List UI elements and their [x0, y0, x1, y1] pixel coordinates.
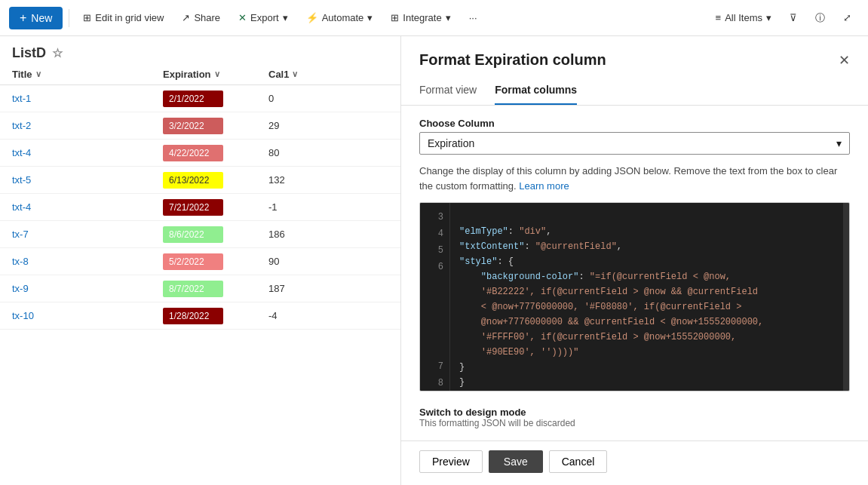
cell-cal1: 90 [268, 256, 329, 267]
line-num-3: 3 [420, 209, 449, 226]
col-header-title[interactable]: Title ∨ [12, 69, 163, 80]
cell-cal1: 186 [268, 229, 329, 240]
panel-tabs: Format view Format columns [401, 78, 868, 106]
separator-1 [69, 9, 69, 27]
cell-cal1: -4 [268, 310, 329, 321]
filter-button[interactable]: ⊽ [782, 8, 805, 28]
toolbar: + New ⊞ Edit in grid view ↗ Share ✕ Expo… [0, 0, 868, 36]
edit-grid-label: Edit in grid view [95, 12, 164, 23]
format-panel: Format Expiration column ✕ Format view F… [400, 36, 868, 485]
automate-button[interactable]: ⚡ Automate ▾ [299, 8, 381, 28]
close-panel-button[interactable]: ✕ [839, 52, 850, 69]
col-cal1-label: Cal1 [268, 69, 289, 80]
table-row: txt-5 6/13/2022 132 [0, 167, 400, 194]
list-header: ListD ☆ [0, 36, 400, 64]
cell-title[interactable]: txt-4 [12, 201, 163, 213]
cell-title[interactable]: tx-7 [12, 229, 163, 240]
table-row: txt-2 3/2/2022 29 [0, 112, 400, 140]
list-title-area: ListD ☆ [12, 45, 388, 61]
list-area: ListD ☆ Title ∨ Expiration ∨ Cal1 ∨ txt-… [0, 36, 400, 485]
favorite-icon[interactable]: ☆ [52, 46, 63, 60]
export-button[interactable]: ✕ Export ▾ [231, 8, 296, 28]
cell-title[interactable]: tx-8 [12, 256, 163, 267]
cell-cal1: 80 [268, 147, 329, 158]
code-editor-inner: 3 4 5 6 6 6 6 6 6 7 8 "elmType": "div", … [420, 203, 849, 391]
all-items-label: All Items [725, 12, 762, 23]
panel-header: Format Expiration column ✕ [401, 36, 868, 78]
line-num-4: 4 [420, 226, 449, 242]
scrollbar[interactable] [843, 203, 849, 391]
expand-icon: ⤢ [843, 12, 851, 23]
line-num-6: 6 [420, 259, 449, 275]
automate-icon: ⚡ [306, 12, 318, 23]
edit-grid-button[interactable]: ⊞ Edit in grid view [75, 8, 171, 28]
new-button[interactable]: + New [9, 7, 63, 29]
automate-chevron-icon: ▾ [367, 12, 373, 23]
description-main: Change the display of this column by add… [419, 165, 837, 192]
cancel-button[interactable]: Cancel [549, 450, 608, 473]
sort-expiration-icon: ∨ [214, 69, 220, 79]
line-num-7: 7 [420, 358, 449, 375]
design-mode-title[interactable]: Switch to design mode [419, 407, 850, 418]
table-row: tx-8 5/2/2022 90 [0, 248, 400, 275]
line-num-6b: 6 [420, 275, 449, 292]
learn-more-link[interactable]: Learn more [519, 180, 569, 192]
share-label: Share [194, 12, 220, 23]
save-button[interactable]: Save [489, 450, 543, 473]
cell-title[interactable]: txt-4 [12, 147, 163, 158]
line-numbers: 3 4 5 6 6 6 6 6 6 7 8 [420, 203, 450, 391]
list-icon: ≡ [716, 12, 722, 23]
tab-format-columns-label: Format columns [495, 84, 577, 96]
cell-expiration: 5/2/2022 [163, 253, 223, 270]
toolbar-right: ≡ All Items ▾ ⊽ ⓘ ⤢ [708, 7, 859, 29]
all-items-chevron-icon: ▾ [766, 12, 771, 23]
cell-cal1: 132 [268, 174, 329, 186]
selected-column-value: Expiration [428, 137, 474, 149]
export-label: Export [250, 12, 279, 23]
info-icon: ⓘ [815, 11, 825, 25]
cell-cal1: 187 [268, 283, 329, 294]
cell-expiration: 8/7/2022 [163, 281, 223, 297]
share-button[interactable]: ↗ Share [174, 8, 228, 28]
col-title-label: Title [12, 69, 32, 80]
preview-button[interactable]: Preview [419, 450, 483, 473]
all-items-button[interactable]: ≡ All Items ▾ [708, 8, 779, 28]
tab-format-columns[interactable]: Format columns [495, 78, 577, 105]
line-num-6f: 6 [420, 342, 449, 358]
sort-cal1-icon: ∨ [292, 69, 298, 79]
cell-title[interactable]: txt-5 [12, 174, 163, 186]
panel-footer: Preview Save Cancel [401, 440, 868, 485]
tab-format-view[interactable]: Format view [419, 78, 477, 105]
grid-header: Title ∨ Expiration ∨ Cal1 ∨ [0, 64, 400, 85]
table-row: tx-10 1/28/2022 -4 [0, 302, 400, 330]
integrate-button[interactable]: ⊞ Integrate ▾ [383, 8, 458, 28]
share-icon: ↗ [182, 12, 190, 23]
cell-expiration: 4/22/2022 [163, 145, 223, 161]
design-mode-sub: This formatting JSON will be discarded [419, 418, 850, 428]
cell-title[interactable]: tx-10 [12, 310, 163, 321]
info-button[interactable]: ⓘ [808, 7, 833, 29]
column-dropdown[interactable]: Expiration ▾ [419, 132, 850, 155]
cell-title[interactable]: tx-9 [12, 283, 163, 294]
line-num-6c: 6 [420, 292, 449, 308]
cell-title[interactable]: txt-2 [12, 120, 163, 131]
dropdown-chevron-icon: ▾ [836, 137, 842, 149]
grid-icon: ⊞ [83, 12, 91, 23]
code-editor[interactable]: 3 4 5 6 6 6 6 6 6 7 8 "elmType": "div", … [419, 202, 850, 391]
expand-button[interactable]: ⤢ [836, 8, 859, 28]
panel-body: Choose Column Expiration ▾ Change the di… [401, 106, 868, 440]
list-title: ListD [12, 45, 46, 61]
export-chevron-icon: ▾ [283, 12, 288, 23]
table-row: tx-9 8/7/2022 187 [0, 275, 400, 302]
col-header-cal1[interactable]: Cal1 ∨ [268, 69, 329, 80]
col-header-expiration[interactable]: Expiration ∨ [163, 69, 268, 80]
cell-cal1: 0 [268, 93, 329, 104]
code-content[interactable]: "elmType": "div", "txtContent": "@curren… [450, 203, 843, 391]
cell-title[interactable]: txt-1 [12, 93, 163, 104]
more-button[interactable]: ··· [462, 8, 485, 28]
choose-column-label: Choose Column [419, 118, 850, 129]
integrate-icon: ⊞ [391, 12, 399, 23]
line-num-6e: 6 [420, 325, 449, 342]
choose-column-section: Choose Column Expiration ▾ [419, 118, 850, 155]
cell-cal1: -1 [268, 201, 329, 213]
